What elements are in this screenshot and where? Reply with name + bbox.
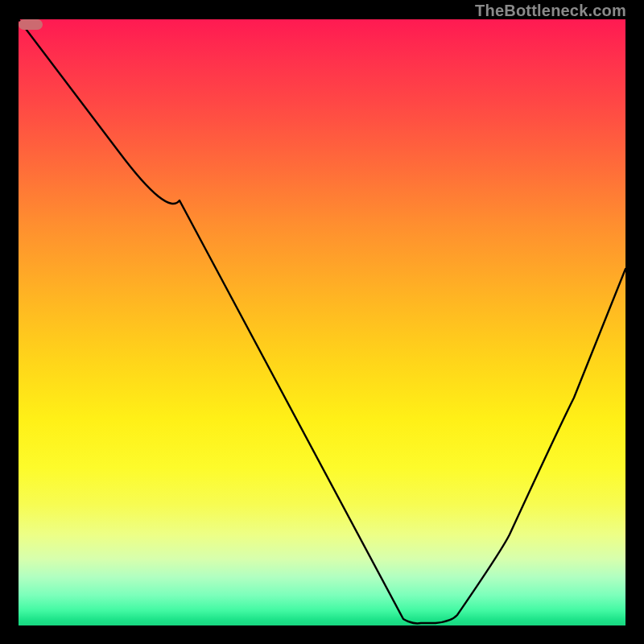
bottleneck-curve <box>19 19 625 625</box>
curve-path <box>19 19 625 623</box>
optimal-point-marker <box>19 19 43 30</box>
plot-area <box>19 19 625 625</box>
chart-frame: TheBottleneck.com <box>0 0 644 644</box>
watermark-text: TheBottleneck.com <box>475 2 626 20</box>
